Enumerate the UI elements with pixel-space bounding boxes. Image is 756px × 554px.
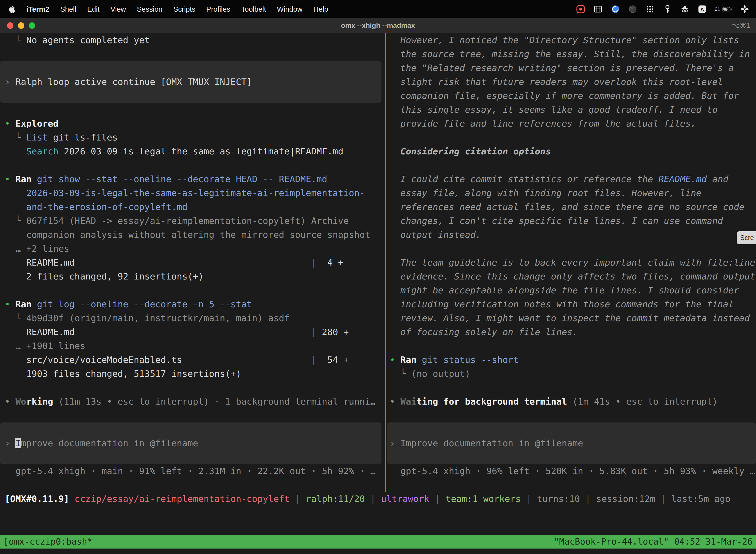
text-segment: •	[390, 396, 400, 406]
dark-sphere-app-icon[interactable]	[628, 4, 638, 14]
minimize-button[interactable]	[18, 22, 24, 29]
text-segment: git status --short	[417, 355, 519, 365]
menu-item-profiles[interactable]: Profiles	[206, 5, 231, 13]
traffic-lights	[7, 18, 35, 33]
terminal-line	[0, 381, 385, 395]
terminal-line: references need actual files, and since …	[387, 200, 756, 214]
menu-item-session[interactable]: Session	[137, 5, 163, 13]
menu-item-scripts[interactable]: Scripts	[173, 5, 195, 13]
text-segment: git log --oneline --decorate -n 5 --stat	[32, 299, 252, 309]
app-grid-icon[interactable]	[645, 4, 655, 14]
text-segment	[5, 188, 26, 198]
terminal-line: Search 2026-03-09-is-legal-the-same-as-l…	[0, 145, 385, 158]
terminal-line: └ 4b9d30f (origin/main, instructkr/main,…	[0, 311, 385, 325]
text-segment: I	[15, 438, 21, 448]
terminal-line: and-the-erosion-of-copyleft.md	[0, 200, 385, 214]
terminal-line: review. Also, I might want to inspect th…	[387, 311, 756, 325]
terminal-line	[387, 158, 756, 172]
text-segment: changes, I can't cite specific file line…	[390, 216, 723, 226]
terminal-line: provide file and line references from th…	[387, 117, 756, 130]
pane-divider[interactable]	[385, 33, 386, 492]
menu-bar: iTerm2ShellEditViewSessionScriptsProfile…	[0, 0, 756, 18]
menu-item-iterm2[interactable]: iTerm2	[26, 5, 49, 13]
text-segment: |	[365, 494, 381, 504]
text-segment: essay file, along with finding root file…	[390, 188, 701, 198]
text-segment: team:1 workers	[445, 494, 521, 504]
zoom-button[interactable]	[29, 22, 35, 29]
text-segment: ›	[5, 77, 15, 87]
text-segment: |	[311, 355, 316, 365]
menu-item-window[interactable]: Window	[277, 5, 302, 13]
text-segment: of focusing solely on file lines.	[390, 327, 578, 337]
text-segment: Ran	[400, 355, 417, 365]
text-segment: ralph:11/20	[306, 494, 365, 504]
terminal-line	[0, 47, 385, 61]
prompt-input[interactable]: › Improve documentation in @filename	[387, 423, 756, 464]
prompt-input[interactable]: › Improve documentation in @filename	[0, 423, 381, 464]
screen-share-tab[interactable]: Scre	[737, 231, 756, 244]
screen-recording-icon[interactable]	[576, 4, 586, 14]
terminal-line: I could cite commit statistics or refere…	[387, 172, 756, 186]
terminal-line: README.md | 280 +	[0, 325, 385, 339]
key-app-icon[interactable]	[663, 4, 673, 14]
text-segment: •	[5, 118, 15, 128]
terminal-line: src/voice/voiceModeEnabled.ts | 54 +	[0, 353, 385, 367]
fan-icon[interactable]	[740, 4, 750, 14]
terminal-line: gpt-5.4 xhigh · main · 91% left · 2.31M …	[0, 464, 385, 478]
text-segment: 2026-03-09-is-legal-the-same-as-legitima…	[59, 146, 343, 156]
text-segment: session:12m	[596, 494, 655, 504]
terminal-line: The team guideline is to back every impo…	[387, 256, 756, 270]
text-segment: slight risk that future readers may over…	[390, 77, 723, 87]
terminal-line	[0, 283, 385, 297]
terminal-line: evidence. Since this change only affects…	[387, 270, 756, 283]
close-button[interactable]	[7, 22, 13, 29]
text-segment: Ralph loop active continue [OMX_TMUX_INJ…	[15, 77, 252, 87]
text-segment: └	[5, 216, 26, 226]
text-segment: mprove documentation in @filename	[21, 438, 198, 448]
text-segment: •	[5, 299, 15, 309]
menu-item-shell[interactable]: Shell	[60, 5, 76, 13]
text-segment: last:5m ago	[672, 494, 731, 504]
text-segment: might be acceptable alongside the file l…	[390, 285, 739, 295]
text-segment: README.md	[5, 258, 75, 268]
text-segment: git ls-files	[48, 132, 118, 143]
grid-widget-icon[interactable]	[593, 4, 603, 14]
right-pane: However, I noticed the "Directory Struct…	[387, 33, 756, 478]
text-segment: and-the-erosion-of-copyleft.md	[26, 202, 188, 212]
input-source-icon[interactable]: A	[697, 4, 707, 14]
terminal-window: omx --xhigh --madmax ⌥⌘1 └ No agents com…	[0, 18, 756, 554]
window-shortcut-badge: ⌥⌘1	[732, 21, 750, 30]
text-segment: … +2 lines	[5, 243, 69, 254]
title-bar[interactable]: omx --xhigh --madmax ⌥⌘1	[0, 18, 756, 33]
terminal-line: └ List git ls-files	[0, 130, 385, 145]
text-segment: ultrawork	[381, 494, 429, 504]
terminal-line: • Working (11m 13s • esc to interrupt) ·…	[0, 395, 385, 408]
menu-item-help[interactable]: Help	[313, 5, 328, 13]
menu-item-toolbelt[interactable]: Toolbelt	[241, 5, 266, 13]
apple-menu-icon[interactable]	[8, 5, 16, 13]
text-segment: •	[390, 355, 400, 365]
terminal-line: 1903 files changed, 513517 insertions(+)	[0, 367, 385, 381]
text-segment: (no output)	[411, 369, 470, 379]
text-segment: the "Related research writing" section i…	[390, 63, 734, 73]
text-segment: src/voice/voiceModeEnabled.ts	[5, 355, 182, 365]
blue-swirl-app-icon[interactable]	[611, 4, 620, 14]
battery-percent: 61	[714, 6, 720, 12]
incognito-icon[interactable]	[680, 4, 690, 14]
menu-item-view[interactable]: View	[110, 5, 126, 13]
battery-icon[interactable]: 61	[714, 4, 732, 14]
text-segment: •	[5, 396, 15, 406]
text-segment: |	[429, 494, 445, 504]
text-segment: rking	[26, 396, 53, 406]
terminal-line: • Ran git status --short	[387, 353, 756, 367]
text-segment: evidence. Since this change only affects…	[390, 271, 755, 281]
text-segment: provide file and line references from th…	[390, 118, 696, 128]
menu-item-edit[interactable]: Edit	[87, 5, 100, 13]
tmux-status-bar: [omx-cczip0:bash* "MacBook-Pro-44.local"…	[0, 535, 756, 549]
terminal-line: companion analysis without altering the …	[0, 228, 385, 242]
terminal-content: └ No agents completed yet › Ralph loop a…	[0, 33, 756, 554]
menu-items: iTerm2ShellEditViewSessionScriptsProfile…	[26, 5, 328, 13]
text-segment: (11m 13s • esc to interrupt) · 1 backgro…	[53, 396, 376, 406]
text-segment: gpt-5.4 xhigh · 96% left · 520K in · 5.8…	[390, 466, 755, 476]
text-segment: this single essay, it seems like a good …	[390, 105, 717, 115]
